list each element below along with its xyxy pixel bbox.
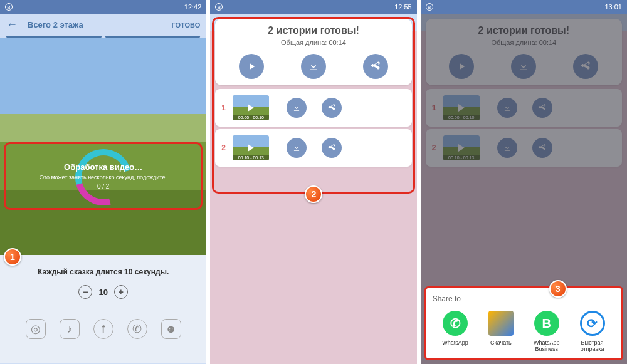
facebook-icon[interactable]: f [93, 319, 113, 339]
row-share-button[interactable] [322, 138, 342, 158]
status-bar: B 12:55 [210, 0, 416, 14]
status-icon: B [5, 3, 13, 11]
clock: 12:42 [184, 3, 202, 11]
share-quick-send[interactable]: ⟳Быстрая отправка [571, 311, 614, 352]
clock: 13:01 [604, 3, 622, 11]
status-icon: B [426, 3, 433, 11]
annotation-marker-1: 1 [4, 248, 21, 266]
whatsapp-icon[interactable]: ✆ [127, 319, 147, 339]
status-bar: B 13:01 [421, 0, 627, 14]
overlay-title: Обработка видео… [64, 162, 142, 172]
share-button[interactable] [363, 54, 388, 79]
status-icon: B [215, 3, 223, 11]
phone-2: B 12:55 2 истории готовы! Общая длина: 0… [210, 0, 416, 364]
share-sheet: Share to ✆WhatsApp Скачать BWhatsApp Bus… [424, 286, 623, 360]
clock: 12:55 [394, 3, 412, 11]
overlay-count: 0 / 2 [97, 183, 109, 190]
snapchat-icon[interactable]: ☻ [161, 319, 181, 339]
row-download-button[interactable] [287, 138, 307, 158]
result-card: 2 истории готовы! Общая длина: 00:14 [215, 19, 411, 85]
tiktok-icon[interactable]: ♪ [60, 319, 80, 339]
play-button[interactable] [239, 54, 264, 79]
overlay-subtitle: Это может занять несколько секунд, подож… [40, 174, 166, 180]
minus-button[interactable]: − [78, 285, 92, 299]
page-title: Всего 2 этажа [28, 20, 83, 29]
thumbnail[interactable]: 00:00 - 00:10 [233, 95, 269, 120]
done-button[interactable]: ГОТОВО [171, 21, 200, 29]
row-number: 1 [221, 103, 230, 112]
social-row: ◎ ♪ f ✆ ☻ [26, 319, 181, 339]
instagram-icon[interactable]: ◎ [26, 319, 46, 339]
duration-stepper: − 10 + [78, 285, 127, 299]
share-title: Share to [433, 294, 615, 303]
footer: Каждый сказка длится 10 секунды. − 10 + … [0, 255, 206, 363]
row-number: 2 [221, 143, 230, 152]
annotation-marker-3: 3 [549, 280, 567, 298]
annotation-marker-2: 2 [305, 185, 322, 203]
footer-text: Каждый сказка длится 10 секунды. [38, 268, 169, 276]
duration-value: 10 [98, 288, 107, 297]
card-subtitle: Общая длина: 00:14 [220, 39, 406, 46]
plus-button[interactable]: + [114, 285, 128, 299]
video-preview: Обработка видео… Это может занять нескол… [0, 38, 206, 255]
story-row-1: 1 00:00 - 00:10 [215, 89, 411, 127]
download-button[interactable] [301, 54, 326, 79]
row-download-button[interactable] [287, 98, 307, 118]
processing-overlay: Обработка видео… Это может занять нескол… [4, 142, 203, 210]
share-apps: ✆WhatsApp Скачать BWhatsApp Business ⟳Бы… [433, 311, 615, 352]
status-bar: B 12:42 [0, 0, 206, 14]
header: ← Всего 2 этажа ГОТОВО [0, 14, 206, 36]
back-icon[interactable]: ← [6, 18, 18, 31]
row-share-button[interactable] [322, 98, 342, 118]
main-actions [220, 54, 406, 79]
share-whatsapp-business[interactable]: BWhatsApp Business [525, 311, 569, 352]
phone-3: B 13:01 2 истории готовы! Общая длина: 0… [421, 0, 627, 364]
thumbnail[interactable]: 00:10 - 00:13 [233, 135, 269, 160]
story-row-2: 2 00:10 - 00:13 [215, 129, 411, 167]
share-download[interactable]: Скачать [479, 311, 523, 352]
phone-1: B 12:42 ← Всего 2 этажа ГОТОВО Обработка… [0, 0, 206, 364]
card-title: 2 истории готовы! [220, 25, 406, 36]
share-whatsapp[interactable]: ✆WhatsApp [433, 311, 477, 352]
